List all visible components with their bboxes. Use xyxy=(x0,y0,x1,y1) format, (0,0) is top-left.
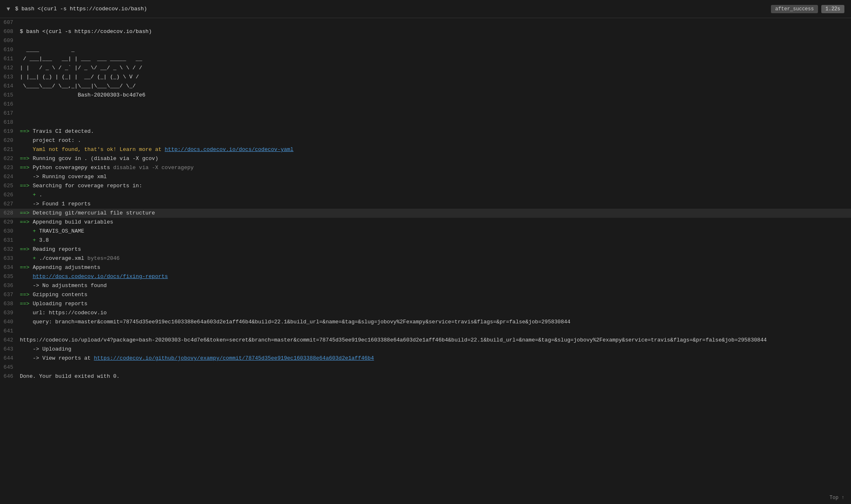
top-button[interactable]: Top ↑ xyxy=(830,495,844,501)
bottom-bar: Top ↑ xyxy=(823,491,851,504)
line-number: 646 xyxy=(0,372,20,381)
table-row: 634 ==> Appending adjustments xyxy=(0,263,851,272)
table-row: 638 ==> Uploading reports xyxy=(0,299,851,309)
line-number: 616 xyxy=(0,100,20,108)
line-content: -> Running coverage xml xyxy=(20,173,851,181)
line-number: 615 xyxy=(0,91,20,99)
table-row: 610 ____ _ xyxy=(0,45,851,54)
view-reports-link[interactable]: https://codecov.io/github/jobovy/exampy/… xyxy=(94,355,374,361)
table-row: 621 Yaml not found, that's ok! Learn mor… xyxy=(0,145,851,154)
table-row: 627 -> Found 1 reports xyxy=(0,200,851,209)
line-content: + ./coverage.xml bytes=2046 xyxy=(20,254,851,263)
line-number: 619 xyxy=(0,127,20,136)
table-row: 619 ==> Travis CI detected. xyxy=(0,127,851,136)
table-row: 629 ==> Appending build variables xyxy=(0,218,851,227)
line-number: 637 xyxy=(0,291,20,299)
table-row: 615 Bash-20200303-bc4d7e6 xyxy=(0,91,851,100)
line-number: 641 xyxy=(0,327,20,335)
table-row: 624 -> Running coverage xml xyxy=(0,172,851,181)
collapse-arrow-icon[interactable]: ▼ xyxy=(7,6,10,12)
line-number: 629 xyxy=(0,218,20,226)
line-content: Bash-20200303-bc4d7e6 xyxy=(20,91,851,99)
table-row: 637 ==> Gzipping contents xyxy=(0,290,851,299)
command-text: $ bash <(curl -s https://codecov.io/bash… xyxy=(15,6,147,12)
line-number: 622 xyxy=(0,155,20,163)
line-content: Done. Your build exited with 0. xyxy=(20,372,851,381)
line-content: | | / _ \ / _` |/ _ \/ __/ _ \ \ / / xyxy=(20,64,851,72)
line-content: ==> Travis CI detected. xyxy=(20,127,851,136)
terminal-window: ▼ $ bash <(curl -s https://codecov.io/ba… xyxy=(0,0,851,504)
table-row: 623 ==> Python coveragepy exists disable… xyxy=(0,163,851,172)
line-number: 634 xyxy=(0,264,20,272)
line-content: / ___|___ __| | ___ ___ _____ __ xyxy=(20,55,851,63)
table-row: 617 xyxy=(0,109,851,118)
line-content: + 3.8 xyxy=(20,236,851,245)
line-number: 609 xyxy=(0,37,20,45)
line-content: http://docs.codecov.io/docs/fixing-repor… xyxy=(20,273,851,281)
line-content: \____\___/ \__,_|\___|\___\___/ \_/ xyxy=(20,82,851,90)
line-content: ==> Gzipping contents xyxy=(20,291,851,299)
table-row: 636 -> No adjustments found xyxy=(0,281,851,290)
line-number: 640 xyxy=(0,318,20,326)
line-content: + TRAVIS_OS_NAME xyxy=(20,227,851,236)
fixing-reports-link[interactable]: http://docs.codecov.io/docs/fixing-repor… xyxy=(33,273,168,280)
line-content: ==> Python coveragepy exists disable via… xyxy=(20,164,851,172)
line-number: 610 xyxy=(0,46,20,54)
table-row: 640 query: branch=master&commit=78745d35… xyxy=(0,318,851,327)
line-content: -> Found 1 reports xyxy=(20,200,851,208)
line-content: https://codecov.io/upload/v4?package=bas… xyxy=(20,336,851,344)
line-number: 645 xyxy=(0,363,20,372)
line-number: 614 xyxy=(0,82,20,90)
line-content: | |__| (_) | (_| | __/ (_| (_) \ V / xyxy=(20,73,851,81)
line-content: ==> Uploading reports xyxy=(20,300,851,308)
yaml-docs-link[interactable]: http://docs.codecov.io/docs/codecov-yaml xyxy=(165,146,293,153)
table-row: 612 | | / _ \ / _` |/ _ \/ __/ _ \ \ / / xyxy=(0,64,851,73)
table-row: 609 xyxy=(0,36,851,45)
table-row: 632 ==> Reading reports xyxy=(0,245,851,254)
top-bar-left: ▼ $ bash <(curl -s https://codecov.io/ba… xyxy=(7,6,147,12)
line-content: -> View reports at https://codecov.io/gi… xyxy=(20,354,851,363)
time-badge: 1.22s xyxy=(821,5,844,13)
table-row: 626 + . xyxy=(0,191,851,200)
line-content: -> No adjustments found xyxy=(20,282,851,290)
line-number: 642 xyxy=(0,336,20,344)
line-number: 644 xyxy=(0,354,20,363)
line-number: 635 xyxy=(0,273,20,281)
line-number: 639 xyxy=(0,309,20,317)
table-row: 646 Done. Your build exited with 0. xyxy=(0,372,851,381)
line-content: ==> Appending build variables xyxy=(20,218,851,226)
line-number: 626 xyxy=(0,191,20,199)
line-number: 617 xyxy=(0,109,20,118)
line-content: ==> Running gcov in . (disable via -X gc… xyxy=(20,155,851,163)
line-number: 628 xyxy=(0,209,20,217)
line-number: 630 xyxy=(0,227,20,236)
table-row: 631 + 3.8 xyxy=(0,236,851,245)
top-bar: ▼ $ bash <(curl -s https://codecov.io/ba… xyxy=(0,0,851,18)
table-row: 625 ==> Searching for coverage reports i… xyxy=(0,181,851,191)
table-row: 630 + TRAVIS_OS_NAME xyxy=(0,227,851,236)
line-number: 643 xyxy=(0,345,20,353)
table-row: 645 xyxy=(0,363,851,372)
table-row: 639 url: https://codecov.io xyxy=(0,309,851,318)
line-content: ==> Appending adjustments xyxy=(20,264,851,272)
line-number: 607 xyxy=(0,19,20,27)
table-row: 641 xyxy=(0,327,851,336)
table-row: 618 xyxy=(0,118,851,127)
line-content: ____ _ xyxy=(20,46,851,54)
line-number: 623 xyxy=(0,164,20,172)
line-number: 627 xyxy=(0,200,20,208)
log-lines: 607 608 $ bash <(curl -s https://codecov… xyxy=(0,18,851,381)
line-content: Yaml not found, that's ok! Learn more at… xyxy=(20,146,851,154)
table-row: 608 $ bash <(curl -s https://codecov.io/… xyxy=(0,27,851,36)
table-row: 644 -> View reports at https://codecov.i… xyxy=(0,354,851,363)
line-number: 632 xyxy=(0,245,20,254)
table-row: 633 + ./coverage.xml bytes=2046 xyxy=(0,254,851,263)
line-number: 611 xyxy=(0,55,20,63)
table-row: 611 / ___|___ __| | ___ ___ _____ __ xyxy=(0,54,851,64)
table-row: 643 -> Uploading xyxy=(0,345,851,354)
line-number: 618 xyxy=(0,118,20,127)
line-number: 620 xyxy=(0,137,20,145)
line-number: 608 xyxy=(0,28,20,36)
table-row: 628 ==> Detecting git/mercurial file str… xyxy=(0,209,851,218)
line-content: ==> Reading reports xyxy=(20,245,851,254)
